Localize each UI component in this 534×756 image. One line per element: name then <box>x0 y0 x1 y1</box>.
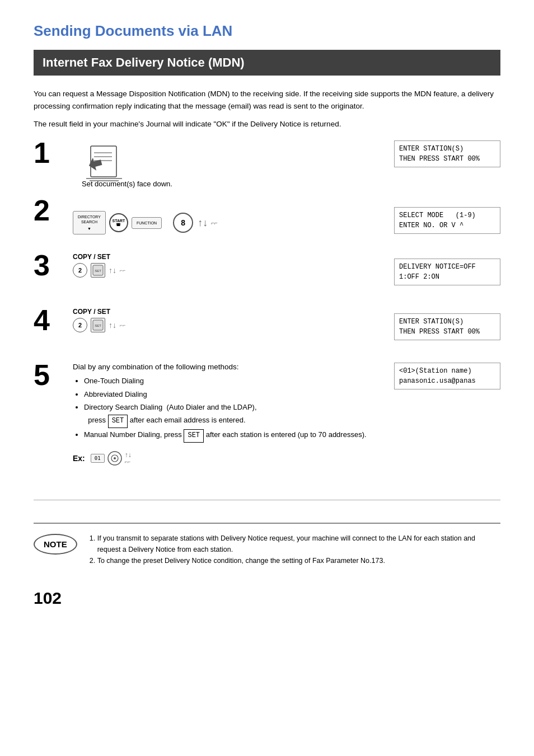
step-1-display: ENTER STATION(S) THEN PRESS START 00% <box>394 140 500 167</box>
steps-area: 1 <box>34 140 500 466</box>
copy-set-label-4: COPY / SET <box>73 308 394 316</box>
one-touch-button-icon: 01 ↑↓⌐⌐ <box>91 450 132 466</box>
page-title: Sending Documents via LAN <box>34 22 500 40</box>
step-5-number: 5 <box>34 360 67 389</box>
key-2-button-3[interactable]: 2 <box>73 263 87 278</box>
copy-set-label-3: COPY / SET <box>73 253 394 261</box>
step-2-display: SELECT MODE (1-9) ENTER NO. OR V ^ <box>394 207 500 234</box>
step-3-buttons: 2 SET ↑↓ ⌐⌐ <box>73 263 394 278</box>
step-4-row: 4 COPY / SET 2 SET ↑↓ ⌐⌐ ENTER ST <box>34 308 500 353</box>
step-5-text-block: Dial by any combination of the following… <box>73 363 383 466</box>
step-2-content: DIRECTORYSEARCH ▼ START☎ FUNCTION 8 <box>67 198 500 243</box>
step-1-content: Set document(s) face down. ENTER STATION… <box>67 140 500 188</box>
step-2-row: 2 DIRECTORYSEARCH ▼ START☎ FUNCTIO <box>34 198 500 243</box>
step-4-content: COPY / SET 2 SET ↑↓ ⌐⌐ ENTER STATION(S) … <box>67 308 500 353</box>
step-3-display-wrapper: DELIVERY NOTICE=OFF 1:OFF 2:ON <box>394 259 500 285</box>
step-5-display: <01>(Station name) panasonic.usa@panas <box>394 363 500 389</box>
ex-label: Ex: <box>73 454 85 463</box>
bullet-abbreviated: Abbreviated Dialing <box>84 388 383 401</box>
divider <box>34 500 500 500</box>
note-text-block: If you transmit to separate stations wit… <box>88 533 500 566</box>
svg-text:SET: SET <box>95 269 101 273</box>
note-oval: NOTE <box>34 534 77 555</box>
step-1-number: 1 <box>34 138 67 167</box>
step-2-display-wrapper: SELECT MODE (1-9) ENTER NO. OR V ^ <box>394 207 500 234</box>
svg-text:SET: SET <box>95 324 101 327</box>
fax-machine-icon: DIRECTORYSEARCH ▼ START☎ FUNCTION 8 <box>73 211 394 234</box>
step-3-number: 3 <box>34 251 67 280</box>
step-4-display-wrapper: ENTER STATION(S) THEN PRESS START 00% <box>394 313 500 340</box>
note-list: If you transmit to separate stations wit… <box>88 533 500 566</box>
step-3-display: DELIVERY NOTICE=OFF 1:OFF 2:ON <box>394 259 500 285</box>
set-key-3[interactable]: SET <box>91 263 105 278</box>
intro-text: You can request a Message Disposition No… <box>34 88 500 112</box>
bullet-manual: Manual Number Dialing, press SET after e… <box>84 428 383 443</box>
step-3-row: 3 COPY / SET 2 SET ↑↓ ⌐⌐ <box>34 253 500 298</box>
step-4-number: 4 <box>34 306 67 335</box>
step-3-visual: COPY / SET 2 SET ↑↓ ⌐⌐ <box>73 253 394 278</box>
step-5-bullet-list: One-Touch Dialing Abbreviated Dialing Di… <box>73 374 383 442</box>
feed-icon-4: ↑↓ <box>109 322 116 329</box>
step-1-visual: Set document(s) face down. <box>73 140 394 188</box>
set-box-manual: SET <box>184 429 204 443</box>
step-1-display-wrapper: ENTER STATION(S) THEN PRESS START 00% <box>394 140 500 167</box>
step-5-content: Dial by any combination of the following… <box>67 363 500 466</box>
key-2-button-4[interactable]: 2 <box>73 318 87 332</box>
feed-icon-3: ↑↓ <box>109 267 116 274</box>
step-4-display: ENTER STATION(S) THEN PRESS START 00% <box>394 313 500 340</box>
ex-section: Ex: 01 ↑↓⌐⌐ <box>73 450 383 466</box>
note-section: NOTE If you transmit to separate station… <box>34 523 500 566</box>
step-5-display-wrapper: <01>(Station name) panasonic.usa@panas <box>394 363 500 389</box>
section-header: Internet Fax Delivery Notice (MDN) <box>34 50 500 76</box>
step-5-title: Dial by any combination of the following… <box>73 363 383 371</box>
step-1-row: 1 <box>34 140 500 188</box>
svg-point-13 <box>114 457 116 459</box>
key-8-button[interactable]: 8 <box>173 213 193 233</box>
page-number: 102 <box>34 589 500 608</box>
set-key-4[interactable]: SET <box>91 318 105 332</box>
step-5-row: 5 Dial by any combination of the followi… <box>34 363 500 466</box>
step-2-visual: DIRECTORYSEARCH ▼ START☎ FUNCTION 8 <box>73 206 394 234</box>
set-box-directory: SET <box>108 415 128 428</box>
feed-arrows: ↑↓ <box>198 219 208 227</box>
step-4-visual: COPY / SET 2 SET ↑↓ ⌐⌐ <box>73 308 394 332</box>
step-4-buttons: 2 SET ↑↓ ⌐⌐ <box>73 318 394 332</box>
document-icon <box>84 140 129 184</box>
note-item-2: To change the preset Delivery Notice con… <box>97 555 500 566</box>
bullet-directory: Directory Search Dialing (Auto Dialer an… <box>84 401 383 428</box>
step-2-number: 2 <box>34 196 67 225</box>
bullet-one-touch: One-Touch Dialing <box>84 374 383 387</box>
step-3-content: COPY / SET 2 SET ↑↓ ⌐⌐ DELIVERY <box>67 253 500 298</box>
result-line: The result field in your machine's Journ… <box>34 120 500 128</box>
note-item-1: If you transmit to separate stations wit… <box>97 533 500 555</box>
